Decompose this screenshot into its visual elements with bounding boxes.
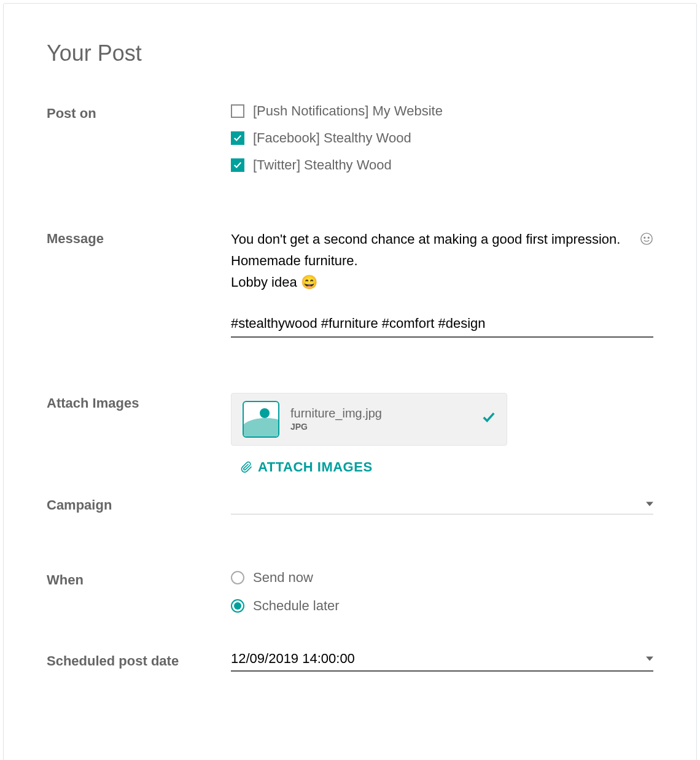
post-on-options: [Push Notifications] My Website [Faceboo… <box>231 103 653 173</box>
emoji-picker-icon[interactable] <box>640 232 653 249</box>
attach-images-button[interactable]: Attach Images <box>241 459 653 475</box>
message-line2: Lobby idea 😄 <box>231 274 317 290</box>
field-post-on: Post on [Push Notifications] My Website … <box>47 103 653 173</box>
paperclip-icon <box>241 461 253 473</box>
campaign-dropdown[interactable] <box>231 495 653 514</box>
message-hashtags[interactable]: #stealthywood #furniture #comfort #desig… <box>231 316 653 338</box>
svg-point-0 <box>641 233 652 244</box>
checkbox-icon[interactable] <box>231 104 244 118</box>
when-options: Send now Schedule later <box>231 570 653 614</box>
attachment-info: furniture_img.jpg JPG <box>290 406 482 432</box>
field-when: When Send now Schedule later <box>47 570 653 614</box>
option-label: [Push Notifications] My Website <box>253 103 443 119</box>
label-message: Message <box>47 228 231 247</box>
message-line1: You don't get a second chance at making … <box>231 231 620 268</box>
attach-button-label: Attach Images <box>258 459 373 475</box>
check-icon <box>482 411 496 428</box>
label-attach-images: Attach Images <box>47 393 231 411</box>
svg-point-2 <box>648 237 649 238</box>
message-input-area[interactable]: You don't get a second chance at making … <box>231 228 653 338</box>
option-label: [Twitter] Stealthy Wood <box>253 157 392 173</box>
option-label: Send now <box>253 570 313 586</box>
message-text[interactable]: You don't get a second chance at making … <box>231 228 653 293</box>
when-option-send-now[interactable]: Send now <box>231 570 653 586</box>
label-campaign: Campaign <box>47 495 231 513</box>
chevron-down-icon <box>646 655 653 662</box>
label-when: When <box>47 570 231 588</box>
field-attach-images: Attach Images furniture_img.jpg JPG <box>47 393 653 475</box>
date-dropdown[interactable]: 12/09/2019 14:00:00 <box>231 651 653 672</box>
field-campaign: Campaign <box>47 495 653 514</box>
svg-point-1 <box>644 237 645 238</box>
page-title: Your Post <box>47 41 653 66</box>
checkbox-checked-icon[interactable] <box>231 131 244 145</box>
attachments-area: furniture_img.jpg JPG Attach Images <box>231 393 653 475</box>
field-scheduled-date: Scheduled post date 12/09/2019 14:00:00 <box>47 651 653 672</box>
attachment-filename: furniture_img.jpg <box>290 406 482 421</box>
chevron-down-icon <box>646 500 653 508</box>
field-message: Message You don't get a second chance at… <box>47 228 653 338</box>
label-scheduled-date: Scheduled post date <box>47 651 231 669</box>
image-thumbnail-icon <box>243 401 279 438</box>
date-value: 12/09/2019 14:00:00 <box>231 651 355 667</box>
form-card: Your Post Post on [Push Notifications] M… <box>3 3 697 760</box>
option-label: Schedule later <box>253 598 340 614</box>
radio-icon[interactable] <box>231 571 244 584</box>
when-option-schedule-later[interactable]: Schedule later <box>231 598 653 614</box>
post-on-option-push[interactable]: [Push Notifications] My Website <box>231 103 653 119</box>
campaign-select[interactable] <box>231 495 653 514</box>
scheduled-date-input[interactable]: 12/09/2019 14:00:00 <box>231 651 653 672</box>
attachment-filetype: JPG <box>290 422 482 432</box>
post-on-option-twitter[interactable]: [Twitter] Stealthy Wood <box>231 157 653 173</box>
checkbox-checked-icon[interactable] <box>231 158 244 172</box>
radio-selected-icon[interactable] <box>231 599 244 613</box>
post-on-option-facebook[interactable]: [Facebook] Stealthy Wood <box>231 130 653 146</box>
option-label: [Facebook] Stealthy Wood <box>253 130 411 146</box>
attachment-item[interactable]: furniture_img.jpg JPG <box>231 393 507 446</box>
label-post-on: Post on <box>47 103 231 122</box>
